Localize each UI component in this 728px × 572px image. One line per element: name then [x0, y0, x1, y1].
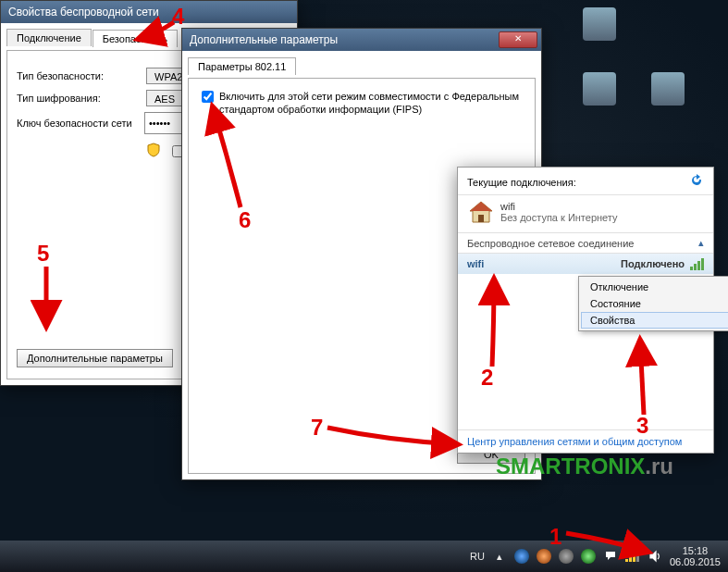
menu-properties[interactable]: Свойства [581, 312, 728, 329]
label-security-type: Тип безопасности: [17, 70, 146, 81]
network-center-link[interactable]: Центр управления сетями и общим доступом [458, 430, 713, 453]
close-button[interactable]: ✕ [499, 31, 537, 48]
system-tray: RU ▴ 15:18 06.09.2015 [470, 545, 728, 567]
tray-icon[interactable] [537, 549, 551, 564]
flyout-header: Текущие подключения: [458, 168, 713, 195]
svg-rect-0 [478, 215, 484, 222]
context-menu: Отключение Состояние Свойства [578, 276, 728, 331]
network-item-status: Подключено [621, 258, 685, 269]
current-net-name: wifi [500, 201, 618, 212]
desktop-icon[interactable] [642, 72, 694, 107]
network-list: wifi Подключено Отключение Состояние Сво… [458, 254, 713, 430]
tab-security[interactable]: Безопасность [93, 30, 178, 47]
flyout-heading: Текущие подключения: [467, 177, 689, 188]
titlebar[interactable]: Свойства беспроводной сети [1, 1, 297, 23]
desktop-icon[interactable] [574, 72, 625, 107]
tray-date: 06.09.2015 [670, 556, 721, 567]
tray-chevron-icon[interactable]: ▴ [492, 549, 507, 564]
network-item-name: wifi [467, 258, 621, 269]
network-item-wifi[interactable]: wifi Подключено [458, 254, 713, 274]
shield-icon [146, 143, 161, 159]
tray-clock[interactable]: 15:18 06.09.2015 [670, 545, 721, 567]
checkbox-fips[interactable] [202, 91, 214, 103]
watermark: SMARTRONIX.ru [496, 454, 673, 479]
window-title: Дополнительные параметры [186, 33, 499, 46]
tab-80211[interactable]: Параметры 802.11 [188, 57, 296, 75]
tray-icon[interactable] [559, 549, 574, 564]
tray-icon[interactable] [514, 549, 529, 564]
refresh-icon[interactable] [689, 173, 704, 191]
lang-indicator[interactable]: RU [470, 551, 485, 562]
network-tray-icon[interactable] [625, 549, 640, 564]
tab-connection[interactable]: Подключение [6, 29, 92, 46]
wireless-section-label: Беспроводное сетевое соединение [467, 238, 634, 249]
menu-state[interactable]: Состояние [581, 295, 728, 312]
home-network-icon [467, 199, 495, 225]
current-connection: wifi Без доступа к Интернету [458, 195, 713, 233]
label-fips: Включить для этой сети режим совместимос… [219, 90, 525, 116]
tray-time: 15:18 [670, 545, 721, 556]
menu-disconnect[interactable]: Отключение [581, 279, 728, 295]
label-encryption-type: Тип шифрования: [17, 93, 146, 104]
current-net-status: Без доступа к Интернету [500, 212, 618, 223]
tray-icon[interactable] [581, 549, 596, 564]
volume-icon[interactable] [648, 549, 662, 564]
wireless-section[interactable]: Беспроводное сетевое соединение ▴ [458, 233, 713, 254]
action-center-icon[interactable] [603, 549, 618, 564]
network-flyout: Текущие подключения: wifi Без доступа к … [457, 167, 714, 454]
label-security-key: Ключ безопасности сети [17, 118, 144, 129]
taskbar: RU ▴ 15:18 06.09.2015 [0, 541, 728, 572]
chevron-up-icon: ▴ [698, 237, 704, 249]
window-title: Свойства беспроводной сети [5, 6, 293, 19]
desktop-icon[interactable] [574, 7, 625, 43]
advanced-settings-button[interactable]: Дополнительные параметры [17, 349, 173, 367]
signal-bars-icon [690, 257, 704, 270]
titlebar[interactable]: Дополнительные параметры ✕ [182, 29, 541, 51]
